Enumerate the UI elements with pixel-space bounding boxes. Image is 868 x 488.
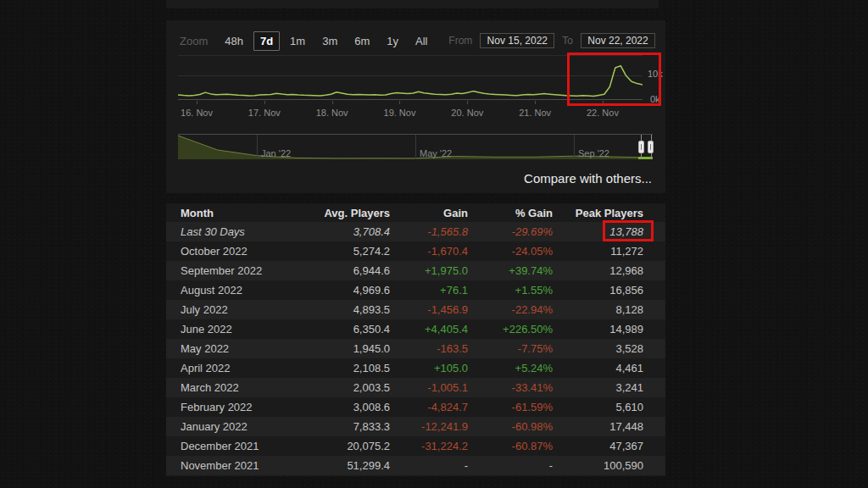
- cell-gain: +1,975.0: [390, 261, 468, 280]
- cell-avg: 51,299.4: [299, 456, 390, 475]
- to-date-input[interactable]: [581, 33, 655, 48]
- cell-peak: 14,989: [553, 319, 665, 339]
- table-row-october-2022: October 20225,274.2-1,670.4-24.05%11,272: [166, 241, 665, 261]
- x-axis-tick: [535, 101, 536, 104]
- navigator-month-label: Jan '22: [261, 148, 291, 158]
- cell-pct: -60.98%: [468, 417, 553, 436]
- cell-avg: 2,003.5: [299, 378, 390, 397]
- table-row-june-2022: June 20226,350.4+4,405.4+226.50%14,989: [166, 319, 665, 339]
- cell-pct: -: [468, 456, 553, 475]
- cell-gain: -1,565.8: [390, 222, 468, 241]
- cell-gain: -1,456.9: [390, 300, 468, 319]
- table-row-november-2021: November 202151,299.4--100,590: [166, 456, 665, 475]
- col-header-month: Month: [166, 203, 299, 222]
- x-axis-tick: [264, 101, 265, 104]
- cell-pct: -24.05%: [468, 241, 553, 261]
- table-row-august-2022: August 20224,969.6+76.1+1.55%16,856: [166, 280, 665, 300]
- cell-avg: 1,945.0: [299, 339, 390, 358]
- zoom-option-48h[interactable]: 48h: [218, 31, 250, 51]
- navigator-gridline: [574, 135, 575, 159]
- cell-gain: +76.1: [390, 280, 468, 300]
- cell-month: November 2021: [166, 456, 299, 475]
- from-date-input[interactable]: [480, 33, 554, 48]
- cell-pct: +1.55%: [468, 280, 553, 300]
- cell-peak: 47,367: [553, 436, 665, 456]
- cell-gain: +4,405.4: [390, 319, 468, 339]
- cell-month: March 2022: [166, 378, 299, 397]
- cell-month: January 2022: [166, 417, 299, 436]
- zoom-option-1m[interactable]: 1m: [283, 31, 312, 51]
- cell-avg: 3,708.4: [299, 222, 390, 241]
- zoom-option-3m[interactable]: 3m: [315, 31, 344, 51]
- cell-peak: 3,241: [553, 378, 665, 397]
- cell-peak: 11,272: [553, 241, 665, 261]
- navigator-handle-left[interactable]: [638, 141, 644, 153]
- cell-month: August 2022: [166, 280, 299, 300]
- cell-peak: 100,590: [553, 456, 665, 475]
- to-label: To: [562, 35, 573, 47]
- table-row-may-2022: May 20221,945.0-163.5-7.75%3,528: [166, 339, 665, 358]
- cell-avg: 4,893.5: [299, 300, 390, 319]
- cell-avg: 5,274.2: [299, 241, 390, 261]
- x-axis-label: 20. Nov: [442, 108, 492, 118]
- annotation-box-peak-value: [603, 220, 654, 241]
- cell-month: February 2022: [166, 397, 299, 417]
- monthly-stats-table: Month Avg. Players Gain % Gain Peak Play…: [166, 203, 665, 475]
- page: { "controls": { "zoom_label": "Zoom", "z…: [0, 0, 868, 488]
- cell-gain: -1,005.1: [390, 378, 468, 397]
- cell-month: May 2022: [166, 339, 299, 358]
- table-row-january-2022: January 20227,833.3-12,241.9-60.98%17,44…: [166, 417, 665, 436]
- cell-pct: -61.59%: [468, 397, 553, 417]
- x-axis-label: 21. Nov: [509, 108, 560, 118]
- cell-peak: 8,128: [553, 300, 665, 319]
- cell-gain: -163.5: [390, 339, 468, 358]
- cell-avg: 3,008.6: [299, 397, 390, 417]
- cell-gain: -12,241.9: [390, 417, 468, 436]
- x-axis-label: 16. Nov: [171, 108, 222, 118]
- x-axis-label: 22. Nov: [577, 108, 628, 118]
- zoom-option-all[interactable]: All: [409, 31, 434, 51]
- cropped-panel-above: [166, 0, 659, 8]
- col-header-gain: Gain: [390, 203, 468, 222]
- cell-peak: 17,448: [553, 417, 665, 436]
- x-axis-tick: [197, 101, 198, 104]
- cell-gain: -31,224.2: [390, 436, 468, 456]
- cell-avg: 6,944.6: [299, 261, 390, 280]
- cell-peak: 3,528: [553, 339, 665, 358]
- col-header-avg-players: Avg. Players: [299, 203, 390, 222]
- cell-pct: +226.50%: [468, 319, 553, 339]
- cell-pct: -60.87%: [468, 436, 553, 456]
- table-header-row: Month Avg. Players Gain % Gain Peak Play…: [166, 203, 665, 222]
- cell-month: July 2022: [166, 300, 299, 319]
- navigator-handle-right[interactable]: [648, 141, 654, 153]
- cell-month: September 2022: [166, 261, 299, 280]
- cell-pct: -22.94%: [468, 300, 553, 319]
- compare-row: Compare with others...: [524, 171, 652, 186]
- timeline-navigator[interactable]: Jan '22May '22Sep '22: [178, 134, 653, 159]
- annotation-box-chart-spike: [567, 53, 661, 106]
- cell-peak: 16,856: [553, 280, 665, 300]
- x-axis-label: 19. Nov: [374, 108, 425, 118]
- cell-gain: -4,824.7: [390, 397, 468, 417]
- cell-avg: 6,350.4: [299, 319, 390, 339]
- cell-peak: 12,968: [553, 261, 665, 280]
- cell-gain: -1,670.4: [390, 241, 468, 261]
- zoom-option-1y[interactable]: 1y: [380, 31, 405, 51]
- cell-month: April 2022: [166, 358, 299, 378]
- table-row-march-2022: March 20222,003.5-1,005.1-33.41%3,241: [166, 378, 665, 397]
- player-chart-panel: Zoom 48h7d1m3m6m1yAll From To 10k 0k 16.…: [166, 20, 665, 193]
- zoom-option-6m[interactable]: 6m: [348, 31, 376, 51]
- x-axis-label: 18. Nov: [307, 108, 358, 118]
- x-axis-tick: [467, 101, 468, 104]
- navigator-month-label: Sep '22: [578, 148, 609, 158]
- zoom-option-7d[interactable]: 7d: [253, 31, 280, 51]
- cell-peak: 4,461: [553, 358, 665, 378]
- cell-avg: 7,833.3: [299, 417, 390, 436]
- compare-with-others-link[interactable]: Compare with others...: [524, 171, 652, 186]
- col-header-peak-players: Peak Players: [553, 203, 665, 222]
- table-row-last-30-days: Last 30 Days3,708.4-1,565.8-29.69%13,788: [166, 222, 665, 241]
- cell-avg: 20,075.2: [299, 436, 390, 456]
- cell-pct: -29.69%: [468, 222, 553, 241]
- navigator-gridline: [257, 135, 258, 159]
- cell-pct: -33.41%: [468, 378, 553, 397]
